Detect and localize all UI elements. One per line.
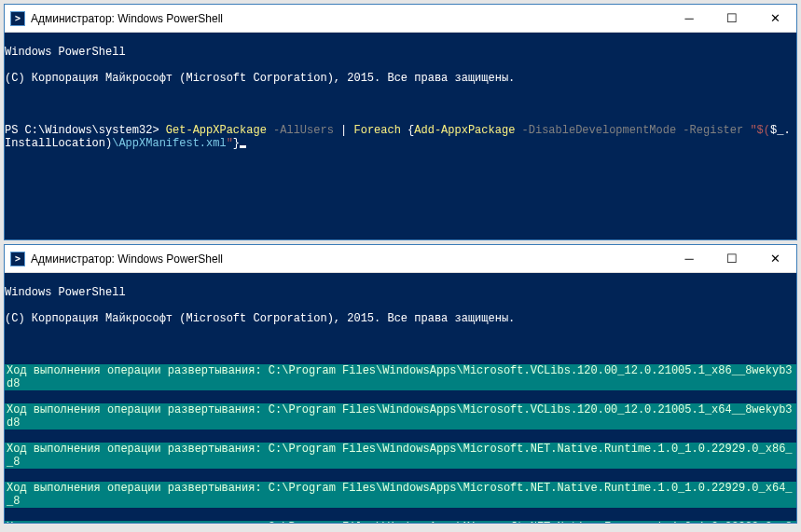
titlebar-1[interactable]: Администратор: Windows PowerShell ─ ☐ ✕ xyxy=(5,5,796,33)
blank-line xyxy=(5,98,796,111)
param-disable: -DisableDevelopmentMode xyxy=(515,124,676,137)
progress-line: Ход выполнения операции развертывания: C… xyxy=(5,482,796,508)
param-allusers: -AllUsers xyxy=(267,124,334,137)
progress-line: Ход выполнения операции развертывания: C… xyxy=(5,403,796,430)
brace-open: { xyxy=(401,124,414,137)
ps-header-line2: (C) Корпорация Майкрософт (Microsoft Cor… xyxy=(5,312,796,325)
cursor xyxy=(240,145,246,148)
progress-line: Ход выполнения операции развертывания: C… xyxy=(5,443,796,469)
command-line: PS C:\Windows\system32> Get-AppXPackage … xyxy=(5,124,796,150)
brace-close: } xyxy=(233,137,240,150)
window-title: Администратор: Windows PowerShell xyxy=(31,12,668,25)
close-button[interactable]: ✕ xyxy=(753,5,796,33)
progress-line: Ход выполнения операции развертывания: C… xyxy=(5,364,796,390)
cmd-foreach: Foreach xyxy=(353,124,400,137)
str-close: " xyxy=(227,137,233,150)
close-button[interactable]: ✕ xyxy=(753,245,796,273)
ps-header-line1: Windows PowerShell xyxy=(5,286,796,299)
manifest: \AppXManifest.xml xyxy=(112,137,226,150)
progress-line: Ход выполнения операции развертывания: C… xyxy=(5,521,796,523)
cmd-get: Get-AppXPackage xyxy=(166,124,267,137)
window-title: Администратор: Windows PowerShell xyxy=(31,252,668,266)
param-register: -Register xyxy=(676,124,743,137)
maximize-button[interactable]: ☐ xyxy=(711,245,753,273)
prompt: PS C:\Windows\system32> xyxy=(5,124,166,137)
powershell-window-2: Администратор: Windows PowerShell ─ ☐ ✕ … xyxy=(4,244,797,524)
powershell-icon xyxy=(10,11,25,26)
minimize-button[interactable]: ─ xyxy=(668,5,711,33)
cmd-add: Add-AppxPackage xyxy=(414,124,515,137)
powershell-window-1: Администратор: Windows PowerShell ─ ☐ ✕ … xyxy=(4,4,797,240)
maximize-button[interactable]: ☐ xyxy=(711,5,753,33)
minimize-button[interactable]: ─ xyxy=(668,245,711,273)
var: $_ xyxy=(770,124,783,137)
terminal-2[interactable]: Windows PowerShell (C) Корпорация Майкро… xyxy=(5,273,796,523)
ps-header-line2: (C) Корпорация Майкрософт (Microsoft Cor… xyxy=(5,72,796,85)
blank-line xyxy=(5,338,796,351)
str-open: "$( xyxy=(743,124,770,137)
ps-header-line1: Windows PowerShell xyxy=(5,46,796,59)
pipe: | xyxy=(334,124,354,137)
terminal-1[interactable]: Windows PowerShell (C) Корпорация Майкро… xyxy=(5,33,796,239)
titlebar-2[interactable]: Администратор: Windows PowerShell ─ ☐ ✕ xyxy=(5,245,796,273)
powershell-icon xyxy=(10,252,25,266)
